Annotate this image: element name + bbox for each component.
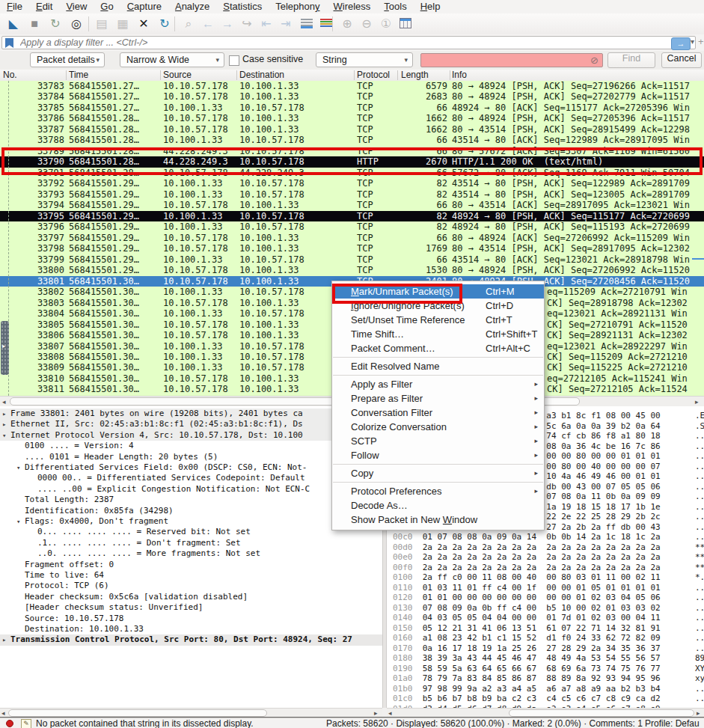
packet-row[interactable]: 33800568415501.29…10.10.57.17810.100.1.3… — [0, 265, 704, 275]
find-search-input[interactable] — [420, 53, 603, 67]
context-menu-item-protocol-preferences[interactable]: Protocol Preferences▸ — [332, 484, 544, 498]
case-sensitive-checkbox[interactable] — [229, 55, 239, 66]
hex-row[interactable]: 00c0 01 07 08 08 0a 09 0a 14 0b 0b 14 2a… — [393, 532, 704, 542]
menubar-item-analyze[interactable]: Analyze — [168, 0, 216, 13]
packet-row[interactable]: 33795568415501.29…10.100.1.3310.10.57.17… — [0, 211, 704, 221]
start-capture-icon[interactable]: ◣ — [4, 15, 22, 33]
hex-row[interactable]: 01b0 97 98 99 9a a2 a3 a4 a5 a6 a7 a8 a9… — [393, 684, 704, 694]
scroll-right-icon[interactable]: ▸ — [695, 397, 699, 406]
detail-row[interactable]: [Header checksum status: Unverified] — [0, 602, 382, 613]
packet-row[interactable]: 33784568415501.27…10.10.57.17810.100.1.3… — [0, 91, 704, 102]
packet-row[interactable]: 33792568415501.29…10.100.1.3310.10.57.17… — [0, 178, 704, 189]
column-header-source[interactable]: Source — [163, 70, 192, 81]
expander-open-icon[interactable]: ▾ — [2, 430, 6, 441]
context-menu-item-set-unset-time-reference[interactable]: Set/Unset Time ReferenceCtrl+T — [332, 313, 544, 327]
hex-row[interactable]: 0160 a1 08 23 42 b1 c1 15 52 d1 f0 24 33… — [393, 633, 704, 643]
packet-row[interactable]: 33783568415501.27…10.10.57.17810.100.1.3… — [0, 81, 704, 91]
packet-row[interactable]: 33797568415501.29…10.10.57.17810.100.1.3… — [0, 233, 704, 243]
hex-row[interactable]: 0100 2a ff c0 00 11 08 00 40 00 80 03 01… — [393, 572, 704, 583]
search-type-combobox[interactable]: String ▾ — [316, 52, 413, 67]
detail-row[interactable]: 0000 00.. = Differentiated Services Code… — [0, 473, 382, 483]
context-menu-item-decode-as[interactable]: Decode As… — [332, 498, 544, 513]
detail-row[interactable]: Header checksum: 0x5c6a [validation disa… — [0, 592, 382, 602]
context-menu-item-sctp[interactable]: SCTP▸ — [332, 434, 544, 448]
menubar-item-statistics[interactable]: Statistics — [216, 0, 269, 13]
packet-row[interactable]: 33793568415501.29…10.100.1.3310.10.57.17… — [0, 189, 704, 200]
cancel-button[interactable]: Cancel — [661, 52, 702, 68]
packet-row[interactable]: 33788568415501.28…10.100.1.3310.10.57.17… — [0, 135, 704, 145]
find-button[interactable]: Find — [607, 52, 655, 68]
detail-row[interactable]: 0100 .... = Version: 4 — [0, 441, 382, 451]
profile-label[interactable]: Profile: Defau — [645, 718, 700, 728]
context-menu-item-edit-resolved-name[interactable]: Edit Resolved Name — [332, 359, 544, 373]
packet-list-header[interactable]: No.TimeSourceDestinationProtocolLengthIn… — [0, 70, 704, 82]
column-separator[interactable] — [236, 70, 237, 80]
hex-row[interactable]: 0170 0a 16 17 18 19 1a 25 26 27 28 29 2a… — [393, 643, 704, 654]
packet-row[interactable]: 33799568415501.29…10.100.1.3310.10.57.17… — [0, 254, 704, 265]
context-menu-item-copy[interactable]: Copy▸ — [332, 466, 544, 480]
detail-row[interactable]: Destination: 10.100.1.33 — [0, 624, 382, 634]
hex-row[interactable]: 01c0 b5 b6 b7 b8 b9 ba c2 c3 c4 c5 c6 c7… — [393, 694, 704, 704]
display-filter-input[interactable] — [1, 36, 696, 49]
hex-row[interactable]: 0110 01 03 11 01 ff c4 00 1f 00 00 01 05… — [393, 583, 704, 593]
detail-row[interactable]: Time to live: 64 — [0, 570, 382, 581]
capture-comment-icon[interactable]: ✎ — [21, 719, 31, 728]
detail-row[interactable]: .1.. .... .... .... = Don't fragment: Se… — [0, 538, 382, 548]
packet-row[interactable]: 33785568415501.27…10.100.1.3310.10.57.17… — [0, 103, 704, 113]
column-header-protocol[interactable]: Protocol — [357, 70, 390, 81]
menubar-item-tools[interactable]: Tools — [377, 0, 413, 13]
menubar-item-telephony[interactable]: Telephony — [269, 0, 326, 13]
hex-row[interactable]: 0130 07 08 09 0a 0b ff c4 00 b5 10 00 02… — [393, 603, 704, 614]
detail-row[interactable]: Identification: 0x85fa (34298) — [0, 506, 382, 516]
column-separator[interactable] — [450, 70, 450, 80]
context-menu-item-follow[interactable]: Follow▸ — [332, 448, 544, 462]
hex-row[interactable]: 0150 05 12 21 31 41 06 13 51 61 07 22 71… — [393, 623, 704, 634]
hex-row[interactable]: 0180 38 39 3a 43 44 45 46 47 48 49 4a 53… — [393, 653, 704, 664]
colorize-icon[interactable] — [298, 15, 316, 33]
close-file-icon[interactable]: ✕ — [135, 15, 153, 33]
reload-icon[interactable]: ↻ — [156, 15, 174, 33]
hex-row[interactable]: 00d0 2a 2a 2a 2a 2a 2a 2a 2a 2a 2a 2a 2a… — [393, 542, 704, 553]
resize-columns-icon[interactable] — [397, 15, 414, 33]
apply-filter-button[interactable]: → — [671, 37, 691, 50]
menubar-item-go[interactable]: Go — [94, 0, 120, 13]
filter-dropdown-caret-icon[interactable]: ▾ — [691, 37, 694, 46]
hex-row[interactable]: 00f0 2a 2a 2a 2a 2a 2a 2a 2a 2a 2a 2a 2a… — [393, 563, 704, 573]
column-header-destination[interactable]: Destination — [239, 70, 284, 81]
scrollbar-thumb[interactable] — [509, 709, 694, 717]
menubar-item-view[interactable]: View — [59, 0, 94, 13]
scroll-left-icon[interactable]: ◂ — [2, 397, 6, 406]
column-header-length[interactable]: Length — [401, 70, 429, 81]
menubar-item-wireless[interactable]: Wireless — [327, 0, 378, 13]
context-menu-item-colorize-conversation[interactable]: Colorize Conversation▸ — [332, 420, 544, 434]
packet-row[interactable]: 33794568415501.29…10.10.57.17810.100.1.3… — [0, 200, 704, 210]
menubar-item-edit[interactable]: Edit — [29, 0, 59, 13]
scrollbar-thumb[interactable] — [8, 709, 267, 717]
hex-row[interactable]: 0120 01 01 00 00 00 00 00 00 00 00 01 02… — [393, 593, 704, 603]
hex-row[interactable]: 01a0 78 79 7a 83 84 85 86 87 88 89 8a 92… — [393, 673, 704, 684]
context-menu-item-prepare-as-filter[interactable]: Prepare as Filter▸ — [332, 391, 544, 406]
packet-row[interactable]: 33796568415501.29…10.100.1.3310.10.57.17… — [0, 221, 704, 232]
expander-open-icon[interactable]: ▾ — [16, 516, 20, 527]
detail-row[interactable]: Source: 10.10.57.178 — [0, 614, 382, 624]
detail-row[interactable]: ▸Ethernet II, Src: 02:45:a3:b1:8c:f1 (02… — [0, 419, 382, 429]
detail-row[interactable]: .... 0101 = Header Length: 20 bytes (5) — [0, 452, 382, 462]
detail-row[interactable]: ▾Flags: 0x4000, Don't fragment — [0, 516, 382, 527]
capture-options-icon[interactable]: ◎ — [67, 15, 85, 33]
restart-capture-icon[interactable]: ↻ — [46, 15, 64, 33]
packet-row[interactable]: 33787568415501.28…10.10.57.17810.100.1.3… — [0, 124, 704, 135]
expander-closed-icon[interactable]: ▸ — [2, 409, 6, 419]
stop-capture-icon[interactable]: ■ — [25, 15, 43, 33]
column-header-info[interactable]: Info — [452, 70, 467, 81]
detail-row[interactable]: ▾Internet Protocol Version 4, Src: 10.10… — [0, 430, 382, 441]
context-menu-item-time-shift[interactable]: Time Shift…Ctrl+Shift+T — [332, 327, 544, 341]
context-menu-item-packet-comment[interactable]: Packet Comment…Ctrl+Alt+C — [332, 341, 544, 355]
expander-closed-icon[interactable]: ▸ — [2, 419, 6, 429]
menubar-item-help[interactable]: Help — [414, 0, 447, 13]
expert-info-icon[interactable] — [6, 720, 13, 727]
detail-row[interactable]: ▸Frame 33801: 2401 bytes on wire (19208 … — [0, 409, 382, 419]
charset-combobox[interactable]: Narrow & Wide ▾ — [120, 52, 224, 67]
column-header-no[interactable]: No. — [3, 70, 17, 81]
context-menu-item-apply-as-filter[interactable]: Apply as Filter▸ — [332, 377, 544, 391]
add-filter-button[interactable]: + — [698, 36, 704, 47]
